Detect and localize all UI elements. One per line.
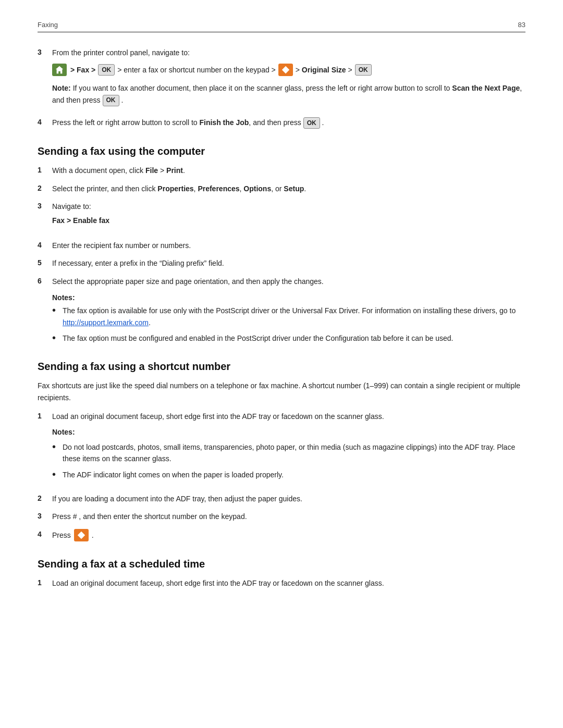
s1-step-6: 6 Select the appropriate paper size and … — [38, 276, 525, 287]
s1-step-3-content: Navigate to: Fax > Enable fax — [52, 201, 525, 233]
step-4-content: Press the left or right arrow button to … — [52, 117, 525, 129]
step-3-block: 3 From the printer control panel, naviga… — [38, 47, 525, 110]
s2-step-1: 1 Load an original document faceup, shor… — [38, 411, 525, 487]
header-page-number: 83 — [518, 21, 525, 29]
s1-step-2-content: Select the printer, and then click Prope… — [52, 183, 525, 194]
s2-note-1-text: Do not load postcards, photos, small ite… — [63, 441, 525, 465]
s2-step-2-content: If you are loading a document into the A… — [52, 493, 525, 504]
step-3-note: Note: If you want to fax another documen… — [52, 82, 525, 106]
s1-s2-text: Select the printer, and then click Prope… — [52, 184, 306, 193]
diamond-icon-2 — [74, 529, 89, 541]
s2-bullet-dot-2: • — [52, 468, 58, 480]
note-period: . — [121, 96, 123, 104]
bullet-dot-1: • — [52, 304, 58, 316]
s2-note-1: • Do not load postcards, photos, small i… — [52, 441, 525, 465]
s2-step-3: 3 Press # , and then enter the shortcut … — [38, 511, 525, 522]
s1-step-5-num: 5 — [38, 257, 52, 267]
ok-button-3[interactable]: OK — [303, 117, 320, 129]
s3-step-1: 1 Load an original document faceup, shor… — [38, 577, 525, 589]
step-3-content: From the printer control panel, navigate… — [52, 47, 525, 110]
s1-step-1-num: 1 — [38, 165, 52, 174]
s2-notes-label: Notes: — [52, 426, 525, 438]
s1-step-5: 5 If necessary, enter a prefix in the “D… — [38, 257, 525, 269]
home-icon — [52, 64, 67, 76]
s1-step-2: 2 Select the printer, and then click Pro… — [38, 183, 525, 194]
s2-notes-list: • Do not load postcards, photos, small i… — [52, 441, 525, 480]
nav-fax-label: > Fax > — [70, 64, 95, 76]
header-section-title: Faxing — [38, 21, 58, 29]
ok-button-1[interactable]: OK — [98, 64, 115, 76]
s1-step-4-content: Enter the recipient fax number or number… — [52, 240, 525, 251]
s1-notes-label: Notes: — [52, 293, 525, 302]
page-header: Faxing 83 — [38, 21, 525, 32]
bullet-dot-2: • — [52, 331, 58, 344]
s1-step-4: 4 Enter the recipient fax number or numb… — [38, 240, 525, 251]
ok-button-note[interactable]: OK — [103, 95, 119, 106]
s1-step-4-num: 4 — [38, 240, 52, 249]
nav-original-size: > Original Size > — [296, 64, 352, 76]
note-label-1: Note: — [52, 84, 71, 92]
s2-step-4-num: 4 — [38, 529, 52, 538]
s1-s1-text: With a document open, click File > Print… — [52, 166, 185, 175]
s2-intro-text: Fax shortcuts are just like the speed di… — [38, 380, 525, 403]
s1-step-1: 1 With a document open, click File > Pri… — [38, 165, 525, 176]
s2-step-2: 2 If you are loading a document into the… — [38, 493, 525, 504]
step-3-text: From the printer control panel, navigate… — [52, 48, 190, 57]
s1-notes: Notes: • The fax option is available for… — [52, 293, 525, 344]
section-2-heading: Sending a fax using a shortcut number — [38, 361, 525, 373]
s2-press-period: . — [92, 529, 94, 541]
s1-note-1: • The fax option is available for use on… — [52, 305, 525, 328]
s2-bullet-dot-1: • — [52, 440, 58, 453]
s3-step-1-content: Load an original document faceup, short … — [52, 577, 525, 589]
s1-step-3-num: 3 — [38, 201, 52, 210]
svg-marker-1 — [78, 532, 85, 539]
s2-press-row: Press . — [52, 529, 525, 541]
s2-step-1-num: 1 — [38, 411, 52, 420]
section-1-heading: Sending a fax using the computer — [38, 145, 525, 157]
s2-step-2-num: 2 — [38, 493, 52, 502]
s1-step-3: 3 Navigate to: Fax > Enable fax — [38, 201, 525, 233]
s2-step-1-content: Load an original document faceup, short … — [52, 411, 525, 487]
s2-notes: Notes: • Do not load postcards, photos, … — [52, 426, 525, 480]
s1-step-6-content: Select the appropriate paper size and pa… — [52, 276, 525, 287]
s3-step-1-num: 1 — [38, 577, 52, 587]
step-4-text: Press the left or right arrow button to … — [52, 118, 303, 127]
s1-step-5-content: If necessary, enter a prefix in the “Dia… — [52, 257, 525, 269]
step-4-period: . — [322, 118, 324, 127]
step-4-number: 4 — [38, 117, 52, 126]
diamond-icon-1 — [278, 64, 293, 76]
s1-step-2-num: 2 — [38, 183, 52, 192]
section-3-heading: Sending a fax at a scheduled time — [38, 558, 525, 570]
s2-press-text: Press — [52, 529, 71, 541]
s1-step-1-content: With a document open, click File > Print… — [52, 165, 525, 176]
lexmark-link[interactable]: http://support.lexmark.com — [63, 318, 149, 327]
nav-enter-text: > enter a fax or shortcut number on the … — [117, 64, 276, 76]
s1-note-2-text: The fax option must be configured and en… — [63, 332, 453, 344]
s2-step-3-content: Press # , and then enter the shortcut nu… — [52, 511, 525, 522]
s2-note-2-text: The ADF indicator light comes on when th… — [63, 469, 284, 480]
s1-note-1-text: The fax option is available for use only… — [63, 305, 525, 328]
s1-nav-path: Fax > Enable fax — [52, 215, 525, 226]
step-3-number: 3 — [38, 47, 52, 56]
s2-step-4: 4 Press . — [38, 529, 525, 541]
svg-marker-0 — [282, 66, 289, 73]
s1-notes-list: • The fax option is available for use on… — [52, 305, 525, 344]
s2-note-2: • The ADF indicator light comes on when … — [52, 469, 525, 480]
s1-s3-text: Navigate to: — [52, 202, 91, 211]
ok-button-2[interactable]: OK — [355, 64, 372, 76]
step-4-block: 4 Press the left or right arrow button t… — [38, 117, 525, 129]
s2-step-4-content: Press . — [52, 529, 525, 541]
s1-step-6-num: 6 — [38, 276, 52, 285]
s2-s1-text: Load an original document faceup, short … — [52, 412, 384, 421]
s2-step-3-num: 3 — [38, 511, 52, 520]
s1-note-2: • The fax option must be configured and … — [52, 332, 525, 344]
